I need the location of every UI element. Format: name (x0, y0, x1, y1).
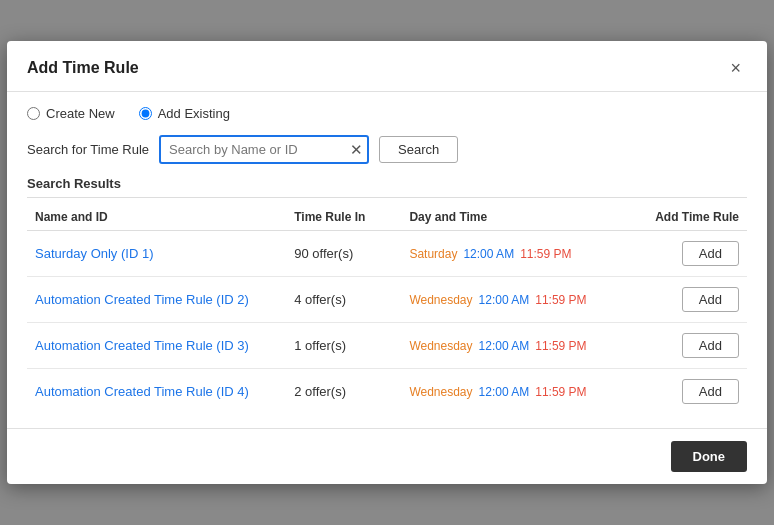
search-results-title: Search Results (27, 176, 747, 191)
row-offers: 4 offer(s) (286, 277, 401, 323)
search-input[interactable] (159, 135, 369, 164)
row-daytime: Wednesday 12:00 AM 11:59 PM (401, 369, 631, 415)
results-divider (27, 197, 747, 198)
add-time-rule-button[interactable]: Add (682, 379, 739, 404)
row-offers: 2 offer(s) (286, 369, 401, 415)
row-name-link[interactable]: Saturday Only (ID 1) (35, 246, 154, 261)
add-time-rule-modal: Add Time Rule × Create New Add Existing … (7, 41, 767, 484)
table-row: Automation Created Time Rule (ID 3) 1 of… (27, 323, 747, 369)
radio-add-existing-label: Add Existing (158, 106, 230, 121)
col-header-add: Add Time Rule (632, 204, 747, 231)
radio-create-new-label: Create New (46, 106, 115, 121)
row-time-start: 12:00 AM (479, 339, 530, 353)
col-header-timerule: Time Rule In (286, 204, 401, 231)
radio-add-existing-input[interactable] (139, 107, 152, 120)
search-row: Search for Time Rule ✕ Search (27, 135, 747, 164)
row-name-link[interactable]: Automation Created Time Rule (ID 2) (35, 292, 249, 307)
search-button[interactable]: Search (379, 136, 458, 163)
row-time-end: 11:59 PM (535, 293, 586, 307)
modal-body: Create New Add Existing Search for Time … (7, 92, 767, 428)
table-row: Automation Created Time Rule (ID 4) 2 of… (27, 369, 747, 415)
row-name-link[interactable]: Automation Created Time Rule (ID 3) (35, 338, 249, 353)
search-label: Search for Time Rule (27, 142, 149, 157)
table-row: Automation Created Time Rule (ID 2) 4 of… (27, 277, 747, 323)
row-daytime: Wednesday 12:00 AM 11:59 PM (401, 323, 631, 369)
modal-overlay: Add Time Rule × Create New Add Existing … (0, 0, 774, 525)
row-day: Wednesday (409, 293, 472, 307)
row-daytime: Wednesday 12:00 AM 11:59 PM (401, 277, 631, 323)
radio-add-existing[interactable]: Add Existing (139, 106, 230, 121)
row-daytime: Saturday 12:00 AM 11:59 PM (401, 231, 631, 277)
results-table: Name and ID Time Rule In Day and Time Ad… (27, 204, 747, 414)
add-time-rule-button[interactable]: Add (682, 241, 739, 266)
modal-title: Add Time Rule (27, 59, 139, 77)
row-name: Automation Created Time Rule (ID 2) (27, 277, 286, 323)
close-button[interactable]: × (724, 57, 747, 79)
row-name: Automation Created Time Rule (ID 3) (27, 323, 286, 369)
row-add-cell: Add (632, 231, 747, 277)
radio-group: Create New Add Existing (27, 106, 747, 121)
add-time-rule-button[interactable]: Add (682, 287, 739, 312)
modal-footer: Done (7, 428, 767, 484)
row-day: Saturday (409, 247, 457, 261)
radio-create-new[interactable]: Create New (27, 106, 115, 121)
done-button[interactable]: Done (671, 441, 748, 472)
row-time-start: 12:00 AM (463, 247, 514, 261)
row-add-cell: Add (632, 277, 747, 323)
table-header-row: Name and ID Time Rule In Day and Time Ad… (27, 204, 747, 231)
radio-create-new-input[interactable] (27, 107, 40, 120)
row-add-cell: Add (632, 323, 747, 369)
row-day: Wednesday (409, 385, 472, 399)
row-offers: 90 offer(s) (286, 231, 401, 277)
row-time-start: 12:00 AM (479, 385, 530, 399)
add-time-rule-button[interactable]: Add (682, 333, 739, 358)
row-time-end: 11:59 PM (535, 339, 586, 353)
row-name-link[interactable]: Automation Created Time Rule (ID 4) (35, 384, 249, 399)
row-time-start: 12:00 AM (479, 293, 530, 307)
row-day: Wednesday (409, 339, 472, 353)
row-offers: 1 offer(s) (286, 323, 401, 369)
row-name: Automation Created Time Rule (ID 4) (27, 369, 286, 415)
row-time-end: 11:59 PM (535, 385, 586, 399)
search-input-wrap: ✕ (159, 135, 369, 164)
modal-header: Add Time Rule × (7, 41, 767, 92)
row-name: Saturday Only (ID 1) (27, 231, 286, 277)
row-add-cell: Add (632, 369, 747, 415)
table-row: Saturday Only (ID 1) 90 offer(s) Saturda… (27, 231, 747, 277)
col-header-daytime: Day and Time (401, 204, 631, 231)
row-time-end: 11:59 PM (520, 247, 571, 261)
col-header-name: Name and ID (27, 204, 286, 231)
clear-input-button[interactable]: ✕ (350, 142, 363, 157)
